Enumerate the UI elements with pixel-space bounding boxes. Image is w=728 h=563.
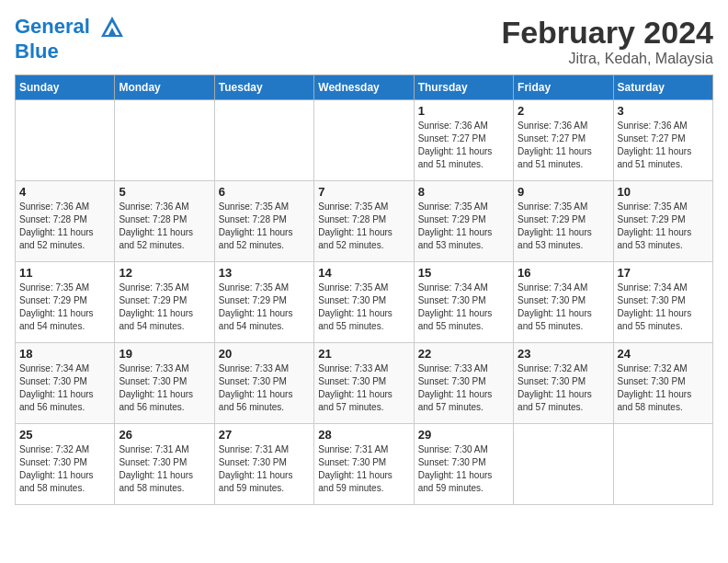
day-cell: 20Sunrise: 7:33 AMSunset: 7:30 PMDayligh… xyxy=(214,343,313,424)
day-number: 26 xyxy=(119,428,210,442)
day-cell: 24Sunrise: 7:32 AMSunset: 7:30 PMDayligh… xyxy=(613,343,712,424)
day-cell: 12Sunrise: 7:35 AMSunset: 7:29 PMDayligh… xyxy=(115,262,214,343)
week-row-1: 1Sunrise: 7:36 AMSunset: 7:27 PMDaylight… xyxy=(16,100,713,181)
day-cell: 16Sunrise: 7:34 AMSunset: 7:30 PMDayligh… xyxy=(514,262,613,343)
day-number: 9 xyxy=(518,185,609,199)
day-number: 24 xyxy=(618,347,709,361)
day-info: Sunrise: 7:33 AMSunset: 7:30 PMDaylight:… xyxy=(119,362,210,414)
day-cell: 5Sunrise: 7:36 AMSunset: 7:28 PMDaylight… xyxy=(115,181,214,262)
day-info: Sunrise: 7:31 AMSunset: 7:30 PMDaylight:… xyxy=(219,443,310,495)
day-info: Sunrise: 7:34 AMSunset: 7:30 PMDaylight:… xyxy=(19,362,110,414)
day-cell: 29Sunrise: 7:30 AMSunset: 7:30 PMDayligh… xyxy=(414,424,513,505)
day-info: Sunrise: 7:34 AMSunset: 7:30 PMDaylight:… xyxy=(518,282,609,333)
weekday-header-wednesday: Wednesday xyxy=(314,75,414,100)
month-title: February 2024 xyxy=(501,15,713,51)
day-number: 5 xyxy=(119,185,210,199)
day-cell: 22Sunrise: 7:33 AMSunset: 7:30 PMDayligh… xyxy=(414,343,513,424)
day-number: 29 xyxy=(418,428,509,442)
day-cell: 7Sunrise: 7:35 AMSunset: 7:28 PMDaylight… xyxy=(314,181,414,262)
day-number: 14 xyxy=(318,266,409,280)
location: Jitra, Kedah, Malaysia xyxy=(501,51,713,67)
week-row-4: 18Sunrise: 7:34 AMSunset: 7:30 PMDayligh… xyxy=(16,343,713,424)
day-number: 12 xyxy=(119,266,210,280)
day-number: 2 xyxy=(518,104,609,118)
day-info: Sunrise: 7:32 AMSunset: 7:30 PMDaylight:… xyxy=(19,443,110,495)
day-number: 21 xyxy=(318,347,409,361)
day-cell: 18Sunrise: 7:34 AMSunset: 7:30 PMDayligh… xyxy=(16,343,115,424)
day-info: Sunrise: 7:35 AMSunset: 7:29 PMDaylight:… xyxy=(119,282,210,333)
week-row-2: 4Sunrise: 7:36 AMSunset: 7:28 PMDaylight… xyxy=(16,181,713,262)
day-cell: 6Sunrise: 7:35 AMSunset: 7:28 PMDaylight… xyxy=(214,181,313,262)
day-number: 28 xyxy=(318,428,409,442)
day-info: Sunrise: 7:30 AMSunset: 7:30 PMDaylight:… xyxy=(418,443,509,495)
weekday-header-monday: Monday xyxy=(115,75,214,100)
logo-text: General xyxy=(15,15,125,40)
weekday-header-tuesday: Tuesday xyxy=(214,75,313,100)
day-cell: 9Sunrise: 7:35 AMSunset: 7:29 PMDaylight… xyxy=(514,181,613,262)
day-number: 16 xyxy=(518,266,609,280)
day-info: Sunrise: 7:34 AMSunset: 7:30 PMDaylight:… xyxy=(618,282,709,333)
day-cell: 17Sunrise: 7:34 AMSunset: 7:30 PMDayligh… xyxy=(613,262,712,343)
weekday-header-sunday: Sunday xyxy=(16,75,115,100)
day-number: 22 xyxy=(418,347,509,361)
day-cell: 21Sunrise: 7:33 AMSunset: 7:30 PMDayligh… xyxy=(314,343,414,424)
day-cell: 8Sunrise: 7:35 AMSunset: 7:29 PMDaylight… xyxy=(414,181,513,262)
day-info: Sunrise: 7:32 AMSunset: 7:30 PMDaylight:… xyxy=(518,362,609,414)
logo-blue-text: Blue xyxy=(15,40,125,63)
day-info: Sunrise: 7:35 AMSunset: 7:29 PMDaylight:… xyxy=(518,201,609,252)
day-cell: 23Sunrise: 7:32 AMSunset: 7:30 PMDayligh… xyxy=(514,343,613,424)
day-cell: 19Sunrise: 7:33 AMSunset: 7:30 PMDayligh… xyxy=(115,343,214,424)
day-info: Sunrise: 7:31 AMSunset: 7:30 PMDaylight:… xyxy=(119,443,210,495)
day-number: 13 xyxy=(219,266,310,280)
day-cell xyxy=(115,100,214,181)
day-info: Sunrise: 7:31 AMSunset: 7:30 PMDaylight:… xyxy=(318,443,409,495)
day-number: 11 xyxy=(19,266,110,280)
day-number: 7 xyxy=(318,185,409,199)
day-cell: 2Sunrise: 7:36 AMSunset: 7:27 PMDaylight… xyxy=(514,100,613,181)
day-info: Sunrise: 7:33 AMSunset: 7:30 PMDaylight:… xyxy=(418,362,509,414)
day-number: 3 xyxy=(618,104,709,118)
day-info: Sunrise: 7:36 AMSunset: 7:27 PMDaylight:… xyxy=(418,120,509,171)
day-number: 27 xyxy=(219,428,310,442)
day-cell: 4Sunrise: 7:36 AMSunset: 7:28 PMDaylight… xyxy=(16,181,115,262)
day-number: 17 xyxy=(618,266,709,280)
logo-icon xyxy=(99,15,125,40)
day-cell: 25Sunrise: 7:32 AMSunset: 7:30 PMDayligh… xyxy=(16,424,115,505)
day-cell xyxy=(16,100,115,181)
day-info: Sunrise: 7:35 AMSunset: 7:28 PMDaylight:… xyxy=(219,201,310,252)
day-number: 10 xyxy=(618,185,709,199)
day-info: Sunrise: 7:33 AMSunset: 7:30 PMDaylight:… xyxy=(318,362,409,414)
day-info: Sunrise: 7:36 AMSunset: 7:27 PMDaylight:… xyxy=(618,120,709,171)
day-info: Sunrise: 7:36 AMSunset: 7:27 PMDaylight:… xyxy=(518,120,609,171)
calendar-table: SundayMondayTuesdayWednesdayThursdayFrid… xyxy=(15,75,713,505)
weekday-header-row: SundayMondayTuesdayWednesdayThursdayFrid… xyxy=(16,75,713,100)
day-number: 15 xyxy=(418,266,509,280)
day-number: 23 xyxy=(518,347,609,361)
day-info: Sunrise: 7:33 AMSunset: 7:30 PMDaylight:… xyxy=(219,362,310,414)
day-cell: 3Sunrise: 7:36 AMSunset: 7:27 PMDaylight… xyxy=(613,100,712,181)
day-number: 8 xyxy=(418,185,509,199)
day-cell: 15Sunrise: 7:34 AMSunset: 7:30 PMDayligh… xyxy=(414,262,513,343)
day-info: Sunrise: 7:36 AMSunset: 7:28 PMDaylight:… xyxy=(119,201,210,252)
day-info: Sunrise: 7:34 AMSunset: 7:30 PMDaylight:… xyxy=(418,282,509,333)
day-cell: 13Sunrise: 7:35 AMSunset: 7:29 PMDayligh… xyxy=(214,262,313,343)
day-cell: 26Sunrise: 7:31 AMSunset: 7:30 PMDayligh… xyxy=(115,424,214,505)
day-number: 4 xyxy=(19,185,110,199)
day-info: Sunrise: 7:32 AMSunset: 7:30 PMDaylight:… xyxy=(618,362,709,414)
day-info: Sunrise: 7:35 AMSunset: 7:29 PMDaylight:… xyxy=(19,282,110,333)
weekday-header-saturday: Saturday xyxy=(613,75,712,100)
week-row-3: 11Sunrise: 7:35 AMSunset: 7:29 PMDayligh… xyxy=(16,262,713,343)
day-cell: 27Sunrise: 7:31 AMSunset: 7:30 PMDayligh… xyxy=(214,424,313,505)
day-cell: 28Sunrise: 7:31 AMSunset: 7:30 PMDayligh… xyxy=(314,424,414,505)
day-number: 18 xyxy=(19,347,110,361)
day-cell xyxy=(314,100,414,181)
day-info: Sunrise: 7:35 AMSunset: 7:29 PMDaylight:… xyxy=(219,282,310,333)
day-cell: 14Sunrise: 7:35 AMSunset: 7:30 PMDayligh… xyxy=(314,262,414,343)
day-number: 25 xyxy=(19,428,110,442)
day-info: Sunrise: 7:35 AMSunset: 7:29 PMDaylight:… xyxy=(418,201,509,252)
day-number: 20 xyxy=(219,347,310,361)
day-cell xyxy=(214,100,313,181)
day-info: Sunrise: 7:36 AMSunset: 7:28 PMDaylight:… xyxy=(19,201,110,252)
day-number: 19 xyxy=(119,347,210,361)
page-header: General Blue February 2024 Jitra, Kedah,… xyxy=(15,15,713,67)
